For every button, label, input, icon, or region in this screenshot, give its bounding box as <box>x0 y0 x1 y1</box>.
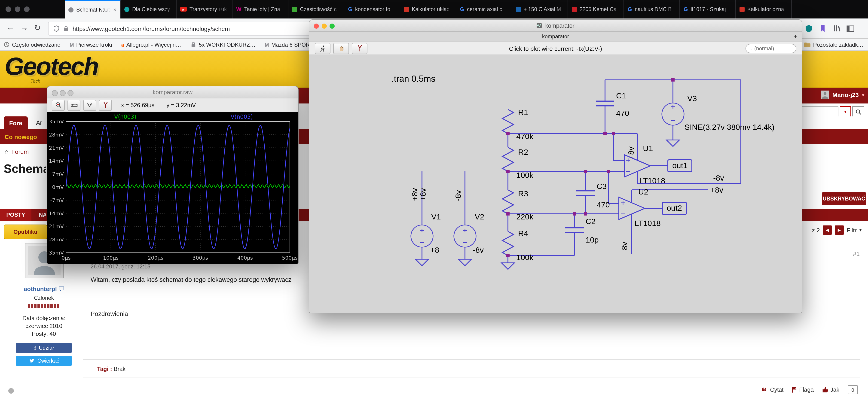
reputation-segment <box>37 304 40 308</box>
whats-new-label[interactable]: Co nowego <box>5 133 37 140</box>
publish-reply-button[interactable]: Opubliku <box>4 225 47 239</box>
sidebar-icon[interactable] <box>846 24 855 33</box>
browser-tab[interactable]: + 150 C Axial M <box>512 0 568 19</box>
flag-button[interactable]: Flaga <box>792 387 814 393</box>
cursor-y: y = 3.22mV <box>166 102 196 108</box>
legend-series-1[interactable]: V(n003) <box>114 114 136 120</box>
browser-tab[interactable]: Dla Ciebie wszy <box>121 0 177 19</box>
shield-toolbar-icon[interactable] <box>804 24 813 33</box>
schematic-drawing[interactable]: .tran 0.5ms V1 +8 V2 -8v +8v +8v -8v R1 … <box>309 55 802 313</box>
grid-tool-button[interactable] <box>67 100 81 111</box>
like-button[interactable]: Jak <box>822 387 839 393</box>
new-tab-button[interactable]: + <box>794 33 797 40</box>
speech-bubble-icon <box>59 287 64 292</box>
bookmarks-other-folder[interactable]: Pozostałe zakładk… <box>804 41 863 48</box>
mac-minimize-button[interactable] <box>15 6 20 12</box>
search-input[interactable] <box>799 106 838 118</box>
browser-tab[interactable]: Schemat Nautilu× <box>65 0 121 19</box>
bookmark-item[interactable]: MPierwsze kroki <box>69 41 112 48</box>
tab-favicon-sq-icon <box>404 7 409 12</box>
schematic-canvas[interactable]: .tran 0.5ms V1 +8 V2 -8v +8v +8v -8v R1 … <box>309 55 802 313</box>
schematic-tab[interactable]: komparator <box>309 34 802 39</box>
browser-tab[interactable]: Kalkulator układ <box>400 0 456 19</box>
window-title: komparator <box>309 23 802 29</box>
source-V1 <box>411 225 433 247</box>
breadcrumb-forum[interactable]: Forum <box>11 148 29 155</box>
browser-tab[interactable]: ▶Tranzystory i uk <box>177 0 232 19</box>
site-logo-subtitle: Tech <box>31 78 40 83</box>
forum-search-row: ▾ <box>799 106 864 118</box>
opamps[interactable] <box>619 155 650 220</box>
probe-tool-button[interactable] <box>99 100 112 111</box>
schematic-titlebar[interactable]: komparator <box>309 20 802 32</box>
waveform-window[interactable]: komparator.raw <box>47 86 299 264</box>
waveform-chart[interactable]: 35mV28mV21mV14mV7mV0mV-7mV-14mV-21mV-28m… <box>47 112 298 264</box>
waveform-tool-button[interactable] <box>83 100 96 111</box>
wires[interactable] <box>422 80 741 263</box>
app-icon <box>537 23 542 28</box>
tab-favicon-dot-icon <box>68 7 73 12</box>
home-icon[interactable]: ⌂ <box>5 148 8 155</box>
schematic-window[interactable]: komparator komparator + Click to plot w <box>309 20 802 313</box>
url-text[interactable]: https://www.geotech1.com/forums/forum/te… <box>72 25 230 32</box>
nav-tab-next[interactable]: Ar <box>36 119 42 126</box>
tab-posts[interactable]: POSTY <box>0 209 31 221</box>
browser-tab[interactable]: Gceramic axial c <box>456 0 512 19</box>
spice-directive[interactable]: .tran 0.5ms <box>392 74 435 83</box>
share-facebook-button[interactable]: f Udział <box>16 343 72 353</box>
nav-tab-fora[interactable]: Fora <box>4 116 28 129</box>
bookmark-flag-icon[interactable] <box>818 24 827 33</box>
page-title: Schema <box>4 162 46 176</box>
tab-next[interactable]: NA <box>39 211 46 218</box>
tab-label: Kalkulator ozna <box>747 6 787 12</box>
user-menu[interactable]: Mario-j23 ▾ <box>821 91 864 99</box>
site-logo[interactable]: Geotech <box>5 52 98 80</box>
tracking-shield-icon[interactable] <box>53 25 60 32</box>
collapse-dot[interactable] <box>8 388 14 394</box>
legend-series-2[interactable]: V(n005) <box>230 114 253 120</box>
y-tick-label: 7mV <box>52 171 64 177</box>
schematic-search[interactable] <box>746 44 796 53</box>
tab-label: Tranzystory i uk <box>189 6 228 12</box>
pager-next-button[interactable]: ▶ <box>835 226 844 235</box>
browser-tab[interactable]: Gnautilus DMC B <box>624 0 680 19</box>
x-tick-label: 500µs <box>282 255 298 261</box>
search-input[interactable] <box>753 45 792 52</box>
search-scope-dropdown[interactable]: ▾ <box>840 106 851 118</box>
bookmark-item[interactable]: aAllegro.pl - Więcej n… <box>121 41 181 48</box>
browser-tab[interactable]: 2205 Kemet Ca <box>568 0 624 19</box>
username[interactable]: aothunterpl <box>24 286 57 293</box>
trace-V(n003)[interactable] <box>66 185 290 188</box>
quote-button[interactable]: Cytat <box>762 387 783 393</box>
zoom-tool-button[interactable] <box>52 100 65 111</box>
post-body: Witam, czy posiada ktoś schemat do tego … <box>91 276 308 283</box>
browser-tab[interactable]: Glt1017 - Szukaj <box>680 0 736 19</box>
mac-zoom-button[interactable] <box>24 6 30 12</box>
tab-close-icon[interactable]: × <box>113 6 117 13</box>
search-button[interactable] <box>852 106 864 118</box>
mac-close-button[interactable] <box>5 6 11 12</box>
post-number: #1 <box>853 250 860 257</box>
waveform-titlebar[interactable]: komparator.raw <box>47 87 298 98</box>
browser-tab[interactable]: WTanie loty | Zna <box>232 0 288 19</box>
pager-prev-button[interactable]: ◀ <box>823 226 832 235</box>
browser-tab[interactable]: Gkondensator fo <box>344 0 400 19</box>
username-link[interactable]: aothunterpl <box>0 286 88 293</box>
library-icon[interactable] <box>832 24 841 33</box>
window-title: komparator.raw <box>47 89 298 96</box>
browser-tab[interactable]: Kalkulator ozna <box>736 0 792 19</box>
forward-button[interactable]: → <box>20 23 28 32</box>
waveform-plot[interactable]: 35mV28mV21mV14mV7mV0mV-7mV-14mV-21mV-28m… <box>47 112 298 264</box>
browser-tab[interactable]: Częstotliwość c <box>288 0 344 19</box>
resistor-R2 <box>502 147 514 171</box>
capacitors[interactable] <box>565 101 614 232</box>
svg-text:C3: C3 <box>597 182 607 191</box>
subscribe-button[interactable]: UBSKRYBOWAĆ <box>822 192 866 205</box>
reload-button[interactable]: ↻ <box>34 23 41 33</box>
filter-button[interactable]: Filtr <box>847 227 857 234</box>
share-twitter-button[interactable]: Ćwierkać <box>16 356 72 366</box>
bookmark-item[interactable]: Często odwiedzane <box>4 41 60 48</box>
back-button[interactable]: ← <box>6 23 14 32</box>
svg-text:U2: U2 <box>638 187 648 196</box>
bookmark-item[interactable]: 5x WORKI ODKURZ… <box>190 41 255 48</box>
